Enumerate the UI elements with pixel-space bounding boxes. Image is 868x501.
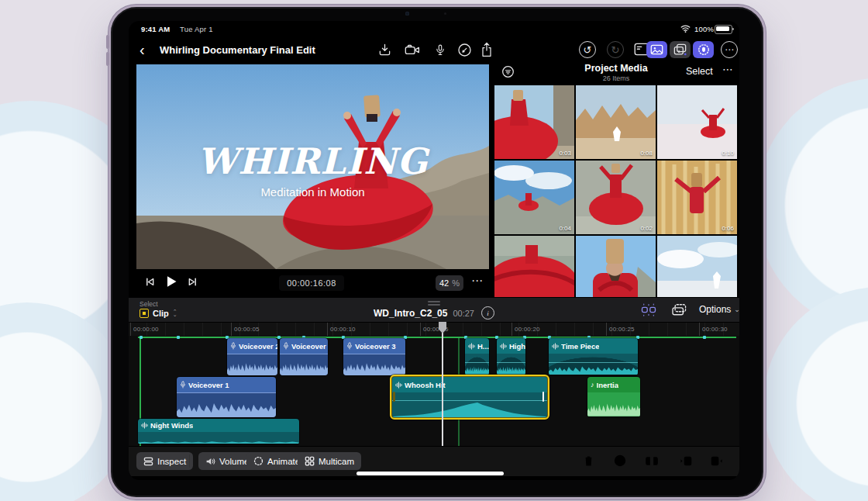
page-background: 9:41 AM Tue Apr 1 100% ‹ Whirling Docume…: [0, 0, 868, 501]
approve-button[interactable]: [612, 453, 628, 468]
split-clip-button[interactable]: [644, 453, 660, 468]
timeline-clip[interactable]: Voiceover 1: [177, 377, 276, 417]
connect-clips-icon[interactable]: [640, 303, 657, 316]
speaker-icon: [205, 457, 215, 466]
media-thumbnail[interactable]: [494, 236, 574, 297]
share-icon[interactable]: [479, 41, 494, 58]
redo-button: ↻: [607, 41, 624, 58]
zoom-value: 42: [439, 278, 449, 288]
delete-button[interactable]: [580, 453, 596, 468]
volume-down-button: [106, 52, 109, 66]
timeline-clip-selected[interactable]: Whoosh Hit: [390, 375, 549, 420]
clips-button[interactable]: [670, 41, 691, 58]
mic-icon: [283, 342, 289, 350]
pencil-tool-icon[interactable]: [456, 42, 473, 58]
media-panel-title: Project Media: [554, 63, 678, 74]
insert-overwrite-button[interactable]: [677, 453, 693, 468]
timecode-display: 00:00:16:08: [279, 275, 344, 291]
inspector-icon: [143, 457, 153, 466]
media-thumbnail[interactable]: 0:06: [657, 161, 737, 234]
media-browser-button[interactable]: [646, 41, 667, 58]
timeline-ruler[interactable]: 00:00:00 00:00:05 00:00:10 00:00:15 00:0…: [129, 322, 739, 337]
ruler-label: 00:00:10: [330, 326, 356, 333]
status-date: Tue Apr 1: [180, 25, 213, 33]
ipad-device: 9:41 AM Tue Apr 1 100% ‹ Whirling Docume…: [108, 5, 766, 499]
mic-icon[interactable]: [433, 42, 447, 58]
music-note-icon: ♪: [591, 381, 594, 389]
jog-wheel-button[interactable]: [693, 41, 714, 58]
timeline-clip[interactable]: ♪Inertia: [587, 377, 640, 417]
media-thumbnail[interactable]: 0:03: [494, 85, 574, 159]
chevron-down-icon: ⌄: [734, 306, 739, 313]
timeline-clip[interactable]: High...: [497, 338, 525, 375]
ruler-label: 00:00:00: [133, 326, 159, 333]
mic-hole: [444, 12, 446, 15]
project-title: Whirling Documentary Final Edit: [160, 44, 315, 56]
info-icon[interactable]: i: [481, 306, 494, 320]
video-subtitle-text: Meditation in Motion: [136, 185, 489, 199]
timeline-clip[interactable]: Voiceover 2: [227, 338, 277, 375]
import-icon[interactable]: [377, 42, 393, 58]
multicam-button[interactable]: Multicam: [298, 452, 361, 470]
viewer-more-button[interactable]: ⋯: [471, 274, 484, 288]
waveform-icon: [500, 343, 507, 350]
media-thumbnail[interactable]: [657, 236, 737, 297]
playhead-line[interactable]: [442, 322, 443, 446]
app-screen: 9:41 AM Tue Apr 1 100% ‹ Whirling Docume…: [129, 21, 739, 480]
mic-icon: [180, 381, 186, 389]
append-clip-button[interactable]: [710, 453, 725, 468]
zoom-level-button[interactable]: 42%: [436, 275, 463, 291]
trim-handle-right[interactable]: [542, 392, 545, 402]
trim-handle-left[interactable]: [393, 392, 395, 402]
photo-icon: [650, 44, 663, 55]
viewer[interactable]: WHIRLING Meditation in Motion: [136, 64, 489, 269]
timeline-header: Select Clip ⌃ ⌄ WD_Intro_C2_05 00:27 i: [129, 297, 739, 323]
jog-wheel-icon: [698, 43, 710, 56]
clip-duration-badge: 0:10: [722, 150, 734, 157]
media-thumbnail[interactable]: 0:10: [657, 85, 737, 159]
options-button[interactable]: Options ⌄: [699, 304, 739, 315]
media-thumbnail[interactable]: [576, 236, 656, 297]
clip-duration-badge: 0:02: [640, 225, 653, 232]
timeline-clip[interactable]: Night Winds: [138, 419, 299, 444]
toolbar-divider: [189, 454, 190, 468]
timeline-clip[interactable]: Voiceover 3: [343, 338, 405, 375]
zoom-unit: %: [452, 278, 460, 288]
media-thumbnail[interactable]: 0:04: [494, 161, 574, 234]
media-thumbnail[interactable]: 0:08: [576, 85, 656, 159]
panel-drag-handle[interactable]: [428, 301, 440, 302]
waveform-icon: [468, 343, 475, 350]
skip-forward-icon[interactable]: [188, 277, 198, 287]
clips-star-icon: [673, 43, 687, 56]
ruler-label: 00:00:25: [609, 326, 635, 333]
ruler-label: 00:00:20: [515, 326, 540, 333]
timeline-clip[interactable]: H...: [465, 338, 489, 375]
overlay-clips-icon[interactable]: [671, 303, 687, 316]
media-more-button[interactable]: ⋯: [722, 63, 734, 75]
animate-icon: [253, 456, 264, 466]
options-label: Options: [699, 304, 731, 315]
title-overlay: WHIRLING Meditation in Motion: [136, 140, 489, 199]
selected-clip-duration: 00:27: [453, 309, 474, 318]
inspect-button[interactable]: Inspect: [136, 452, 193, 470]
selected-clip-name: WD_Intro_C2_05: [374, 308, 447, 319]
back-button[interactable]: ‹: [140, 40, 145, 60]
panel-drag-handle[interactable]: [428, 304, 440, 306]
undo-button[interactable]: ↺: [579, 41, 596, 58]
video-title-text: WHIRLING: [136, 140, 489, 182]
media-thumbnail[interactable]: 0:02: [576, 161, 656, 234]
ruler-label: 00:00:05: [234, 326, 260, 333]
mic-icon: [346, 342, 353, 350]
select-button[interactable]: Select: [686, 66, 713, 77]
timeline-clip[interactable]: Voiceover 2: [280, 338, 328, 375]
filter-icon[interactable]: [501, 65, 515, 78]
timeline-tracks[interactable]: Voiceover 2 Voiceover 2 Voiceover 3 H...…: [129, 336, 739, 446]
play-button[interactable]: [164, 275, 178, 289]
more-button[interactable]: ⋯: [721, 41, 738, 58]
media-panel-header: Project Media 26 Items: [554, 63, 678, 82]
timeline-clip[interactable]: Time Piece: [549, 338, 638, 375]
home-indicator[interactable]: [356, 472, 504, 475]
clip-duration-badge: 0:04: [559, 225, 571, 232]
record-video-icon[interactable]: [404, 42, 422, 58]
skip-back-icon[interactable]: [145, 277, 155, 287]
